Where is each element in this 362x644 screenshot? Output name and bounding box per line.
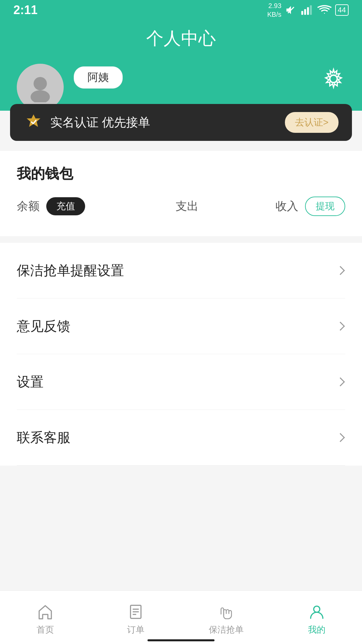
- tab-home[interactable]: 首页: [0, 599, 90, 636]
- wallet-income: 收入 提现: [276, 197, 345, 216]
- cert-button[interactable]: 去认证>: [285, 112, 339, 133]
- menu-item-feedback[interactable]: 意见反馈: [0, 299, 362, 354]
- settings-button[interactable]: [322, 67, 345, 91]
- svg-point-6: [31, 90, 50, 102]
- recharge-button[interactable]: 充值: [46, 197, 85, 215]
- tab-home-label: 首页: [37, 624, 54, 636]
- svg-rect-2: [304, 9, 306, 15]
- status-bar: 2:11 2.93KB/s 44: [0, 0, 362, 20]
- username-badge[interactable]: 阿姨: [74, 66, 123, 89]
- status-time: 2:11: [13, 3, 38, 17]
- mine-icon: [307, 602, 326, 621]
- svg-point-7: [330, 75, 337, 83]
- svg-rect-1: [301, 11, 303, 15]
- wallet-expense: 支出: [99, 199, 276, 214]
- wallet-title: 我的钱包: [17, 164, 345, 183]
- menu-item-settings[interactable]: 设置: [0, 354, 362, 410]
- menu-section: 保洁抢单提醒设置 意见反馈 设置 联系客服: [0, 243, 362, 466]
- tab-mine[interactable]: 我的: [272, 599, 362, 636]
- tab-mine-label: 我的: [308, 624, 325, 636]
- wifi-icon: [317, 4, 332, 16]
- wallet-section: 我的钱包 余额 充值 支出 收入 提现: [0, 151, 362, 236]
- income-label: 收入: [276, 199, 298, 214]
- tab-orders[interactable]: 订单: [90, 599, 181, 636]
- svg-rect-4: [310, 5, 312, 15]
- menu-item-label: 设置: [17, 373, 335, 391]
- avatar-icon: [25, 72, 55, 102]
- tab-bar-indicator: [147, 639, 215, 641]
- wallet-row: 余额 充值 支出 收入 提现: [17, 197, 345, 226]
- withdraw-button[interactable]: 提现: [305, 197, 345, 216]
- profile-area: 阿姨: [0, 60, 362, 111]
- menu-item-label: 保洁抢单提醒设置: [17, 261, 335, 280]
- main-content: 我的钱包 余额 充值 支出 收入 提现 保洁抢单提醒设置 意见反馈: [0, 151, 362, 590]
- tab-orders-label: 订单: [127, 624, 144, 636]
- wallet-balance: 余额 充值: [17, 197, 85, 215]
- tab-grab[interactable]: 保洁抢单: [181, 599, 272, 636]
- expense-label: 支出: [176, 199, 198, 214]
- tab-bar: 首页 订单 保洁抢单 我的: [0, 590, 362, 644]
- cert-badge-icon: [23, 112, 44, 132]
- status-icons: 2.93KB/s 44: [267, 1, 349, 19]
- chevron-right-icon: [335, 433, 345, 443]
- tab-grab-label: 保洁抢单: [209, 624, 244, 636]
- network-speed: 2.93KB/s: [267, 1, 281, 19]
- home-icon: [36, 602, 55, 621]
- signal-icon: [300, 4, 314, 16]
- cert-text: 实名认证 优先接单: [50, 114, 285, 131]
- svg-point-5: [34, 77, 47, 90]
- divider: [17, 465, 345, 466]
- menu-item-label: 联系客服: [17, 428, 335, 447]
- grab-icon: [217, 602, 236, 621]
- cert-banner: 实名认证 优先接单 去认证>: [10, 104, 352, 141]
- balance-label: 余额: [17, 199, 40, 214]
- chevron-right-icon: [335, 266, 345, 276]
- chevron-right-icon: [335, 377, 345, 387]
- gear-icon: [322, 67, 345, 91]
- svg-point-12: [314, 606, 320, 612]
- avatar[interactable]: [17, 64, 64, 111]
- menu-item-contact[interactable]: 联系客服: [0, 410, 362, 465]
- mute-icon: [285, 4, 297, 16]
- chevron-right-icon: [335, 321, 345, 331]
- menu-item-label: 意见反馈: [17, 317, 335, 335]
- menu-item-clean-reminder[interactable]: 保洁抢单提醒设置: [0, 243, 362, 298]
- orders-icon: [126, 602, 145, 621]
- battery-indicator: 44: [335, 4, 349, 16]
- svg-rect-3: [307, 7, 309, 15]
